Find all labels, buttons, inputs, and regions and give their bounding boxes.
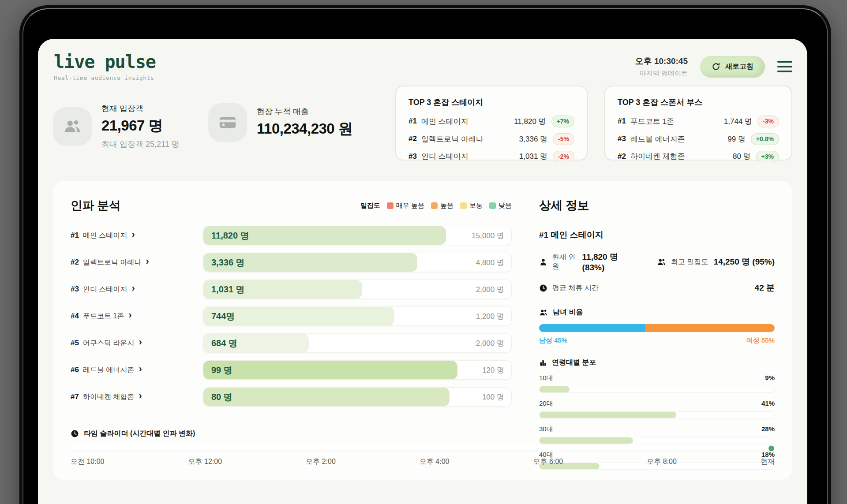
crowd-analysis-section: 인파 분석 밀집도 매우 높음높음보통낮음 #1메인 스테이지›11,820 명…	[71, 198, 512, 463]
legend-swatch	[489, 202, 496, 209]
rank-label: #3	[409, 152, 417, 161]
gender-ratio-bar	[539, 324, 775, 332]
current-count: 744명	[211, 310, 235, 322]
capacity-track: 11,820 명15,000 명	[203, 226, 512, 245]
venue-name: 인디 스테이지	[421, 151, 468, 161]
crowd-row[interactable]: #2일렉트로닉 아레나›3,336 명4,800 명	[71, 253, 512, 272]
time-tick-label: 오후 2:00	[306, 457, 336, 467]
clock-icon	[71, 429, 79, 438]
crowd-row[interactable]: #5어쿠스틱 라운지›684 명2,000 명	[71, 333, 512, 353]
stay-time-label: 평균 체류 시간	[552, 284, 599, 293]
brand-block: live pulse Real-time audience insights	[54, 53, 156, 81]
venue-name: 일렉트로닉 아레나	[421, 134, 483, 144]
sales-icon-wrap	[208, 103, 247, 142]
visitor-count: 80 명	[733, 151, 751, 161]
time-tick-label: 오후 4:00	[420, 457, 450, 467]
time-slider-ticks: 오전 10:00오후 12:00오후 2:00오후 4:00오후 6:00오후 …	[71, 457, 775, 467]
app-header: live pulse Real-time audience insights 오…	[38, 39, 807, 81]
age-row: 20대41%	[539, 399, 775, 418]
menu-button[interactable]	[777, 58, 792, 75]
capacity-fill	[203, 361, 457, 379]
time-slider-section: 타임 슬라이더 (시간대별 인파 변화) 오전 10:00오후 12:00오후 …	[71, 429, 775, 467]
refresh-button[interactable]: 새로고침	[700, 56, 765, 78]
chevron-right-icon: ›	[139, 342, 142, 344]
capacity-track: 3,336 명4,800 명	[203, 253, 512, 272]
max-capacity: 2,000 명	[476, 338, 504, 348]
age-bar-fill	[540, 412, 676, 418]
dashboard-app: live pulse Real-time audience insights 오…	[38, 39, 807, 504]
visitors-icon-wrap	[53, 107, 92, 146]
crowd-row[interactable]: #1메인 스테이지›11,820 명15,000 명	[71, 226, 512, 245]
crowd-row[interactable]: #7하이네켄 체험존›80 명100 명	[71, 387, 512, 407]
stay-time-value: 42 분	[755, 282, 775, 294]
legend-item-label: 매우 높음	[396, 202, 424, 210]
crowd-analysis-title: 인파 분석	[71, 198, 120, 213]
top3-row: #3레드불 에너지존99 명+0.8%	[618, 133, 779, 145]
venue-name: 인디 스테이지	[83, 285, 127, 294]
bar-chart-icon	[539, 359, 547, 367]
stat-value: 21,967 명	[101, 116, 180, 136]
stat-label: 현장 누적 매출	[257, 106, 352, 117]
venue-name: 푸드코트 1존	[83, 312, 124, 321]
chevron-right-icon: ›	[139, 396, 142, 398]
legend-item: 높음	[431, 202, 453, 210]
legend-swatch	[387, 202, 394, 209]
top3-row: #1메인 스테이지11,820 명+7%	[409, 116, 574, 127]
venue-name: 하이네켄 체험존	[83, 392, 134, 402]
gender-ratio-label-row: 남녀 비율	[539, 308, 775, 317]
top3-row: #2하이네켄 체험존80 명+3%	[618, 151, 779, 163]
visitor-count: 11,820 명	[514, 116, 546, 127]
venue-name: 메인 스테이지	[421, 116, 468, 127]
clock-icon	[539, 284, 547, 292]
time-tick-label: 현재	[761, 457, 775, 467]
main-panel: 인파 분석 밀집도 매우 높음높음보통낮음 #1메인 스테이지›11,820 명…	[53, 181, 792, 480]
capacity-fill	[203, 388, 450, 406]
rank-label: #1	[618, 117, 626, 126]
stat-current-visitors: 현재 입장객 21,967 명 최대 입장객 25,211 명	[53, 103, 208, 149]
max-capacity: 4,800 명	[476, 258, 504, 268]
capacity-track: 99 명120 명	[203, 360, 512, 380]
change-badge: +3%	[756, 151, 779, 163]
female-segment	[645, 324, 775, 332]
time-slider-track[interactable]	[71, 446, 775, 451]
age-percentage: 41%	[761, 399, 775, 408]
stat-total-sales: 현장 누적 매출 110,234,230 원	[208, 103, 395, 142]
last-update-label: 마지막 업데이트	[635, 69, 688, 78]
rank-label: #2	[618, 152, 626, 161]
time-tick-label: 오후 6:00	[533, 457, 563, 467]
crowd-rows: #1메인 스테이지›11,820 명15,000 명#2일렉트로닉 아레나›3,…	[71, 226, 512, 407]
time-tick-label: 오후 12:00	[188, 457, 222, 467]
capacity-track: 684 명2,000 명	[203, 333, 512, 353]
male-segment	[539, 324, 645, 332]
crowd-row[interactable]: #3인디 스테이지›1,031 명2,000 명	[71, 280, 512, 299]
age-bar-fill	[540, 386, 570, 392]
time-slider-handle[interactable]	[768, 446, 774, 452]
crowd-row[interactable]: #6레드불 에너지존›99 명120 명	[71, 360, 512, 380]
chevron-right-icon: ›	[128, 315, 131, 317]
capacity-track: 80 명100 명	[203, 387, 512, 407]
legend-item: 낮음	[489, 202, 512, 210]
capacity-track: 744명1,200 명	[203, 306, 512, 326]
age-group-label: 20대	[539, 399, 553, 408]
change-badge: -5%	[553, 133, 574, 145]
menu-icon	[777, 61, 792, 63]
legend-swatch	[460, 202, 467, 209]
current-count-label: 현재 인원	[552, 253, 577, 271]
max-capacity: 100 명	[482, 392, 504, 402]
time-tick-label: 오전 10:00	[71, 457, 104, 467]
stay-time-cell: 평균 체류 시간 42 분	[539, 282, 775, 294]
gender-ratio-label: 남녀 비율	[553, 308, 583, 317]
max-capacity: 2,000 명	[476, 284, 504, 295]
refresh-icon	[712, 62, 720, 71]
current-count-value: 11,820 명 (83%)	[582, 251, 632, 273]
male-percentage: 남성 45%	[539, 336, 567, 345]
legend-item-label: 높음	[440, 202, 453, 210]
rank-label: #2	[409, 134, 417, 143]
change-badge: -2%	[553, 151, 574, 163]
legend-item-label: 보통	[469, 202, 483, 210]
top3-row: #1푸드코트 1존1,744 명-3%	[618, 116, 779, 127]
visitor-count: 99 명	[727, 134, 746, 144]
crowd-row[interactable]: #4푸드코트 1존›744명1,200 명	[71, 306, 512, 326]
rank-label: #1	[71, 231, 79, 240]
header-actions: 오후 10:30:45 마지막 업데이트 새로고침	[635, 56, 792, 78]
